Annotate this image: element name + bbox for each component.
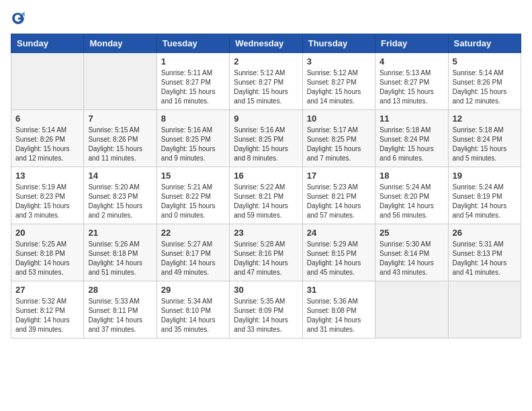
day-info: Sunrise: 5:12 AM Sunset: 8:27 PM Dayligh… <box>234 68 298 106</box>
day-info: Sunrise: 5:34 AM Sunset: 8:10 PM Dayligh… <box>161 297 225 334</box>
calendar-cell: 31Sunrise: 5:36 AM Sunset: 8:08 PM Dayli… <box>302 281 375 338</box>
day-info: Sunrise: 5:35 AM Sunset: 8:09 PM Dayligh… <box>234 297 298 334</box>
calendar-week-2: 6Sunrise: 5:14 AM Sunset: 8:26 PM Daylig… <box>11 110 521 167</box>
calendar-cell <box>375 281 448 338</box>
day-number: 13 <box>15 171 79 181</box>
calendar-cell: 10Sunrise: 5:17 AM Sunset: 8:25 PM Dayli… <box>302 110 375 167</box>
logo <box>11 11 27 26</box>
calendar-cell: 18Sunrise: 5:24 AM Sunset: 8:20 PM Dayli… <box>375 167 448 224</box>
day-info: Sunrise: 5:27 AM Sunset: 8:17 PM Dayligh… <box>161 240 225 277</box>
day-info: Sunrise: 5:32 AM Sunset: 8:12 PM Dayligh… <box>15 297 79 334</box>
day-info: Sunrise: 5:14 AM Sunset: 8:26 PM Dayligh… <box>15 126 79 163</box>
calendar-cell: 24Sunrise: 5:29 AM Sunset: 8:15 PM Dayli… <box>302 224 375 281</box>
day-info: Sunrise: 5:26 AM Sunset: 8:18 PM Dayligh… <box>88 240 152 277</box>
calendar-cell: 27Sunrise: 5:32 AM Sunset: 8:12 PM Dayli… <box>11 281 84 338</box>
weekday-header-monday: Monday <box>84 34 157 53</box>
weekday-header-tuesday: Tuesday <box>157 34 229 53</box>
day-number: 31 <box>307 285 371 295</box>
day-number: 1 <box>161 56 225 66</box>
logo-icon <box>11 11 26 26</box>
calendar-week-5: 27Sunrise: 5:32 AM Sunset: 8:12 PM Dayli… <box>11 281 521 338</box>
day-info: Sunrise: 5:20 AM Sunset: 8:23 PM Dayligh… <box>88 183 152 220</box>
day-number: 25 <box>380 228 443 238</box>
day-number: 18 <box>380 171 443 181</box>
calendar-cell: 11Sunrise: 5:18 AM Sunset: 8:24 PM Dayli… <box>375 110 448 167</box>
calendar-cell: 14Sunrise: 5:20 AM Sunset: 8:23 PM Dayli… <box>84 167 157 224</box>
day-number: 10 <box>307 113 371 124</box>
day-info: Sunrise: 5:13 AM Sunset: 8:27 PM Dayligh… <box>380 68 443 106</box>
calendar-cell: 2Sunrise: 5:12 AM Sunset: 8:27 PM Daylig… <box>230 53 302 110</box>
day-info: Sunrise: 5:31 AM Sunset: 8:13 PM Dayligh… <box>453 240 517 277</box>
day-number: 9 <box>234 113 298 124</box>
day-number: 23 <box>234 228 298 238</box>
calendar-cell: 15Sunrise: 5:21 AM Sunset: 8:22 PM Dayli… <box>157 167 229 224</box>
day-number: 2 <box>234 56 298 66</box>
calendar-cell: 22Sunrise: 5:27 AM Sunset: 8:17 PM Dayli… <box>157 224 229 281</box>
day-info: Sunrise: 5:21 AM Sunset: 8:22 PM Dayligh… <box>161 183 225 220</box>
calendar-cell <box>448 281 521 338</box>
calendar-cell: 1Sunrise: 5:11 AM Sunset: 8:27 PM Daylig… <box>157 53 229 110</box>
day-number: 22 <box>161 228 225 238</box>
calendar-cell: 23Sunrise: 5:28 AM Sunset: 8:16 PM Dayli… <box>230 224 302 281</box>
day-info: Sunrise: 5:12 AM Sunset: 8:27 PM Dayligh… <box>307 68 371 106</box>
day-info: Sunrise: 5:16 AM Sunset: 8:25 PM Dayligh… <box>234 126 298 163</box>
day-number: 6 <box>15 113 79 124</box>
calendar-cell: 6Sunrise: 5:14 AM Sunset: 8:26 PM Daylig… <box>11 110 84 167</box>
day-info: Sunrise: 5:33 AM Sunset: 8:11 PM Dayligh… <box>88 297 152 334</box>
day-info: Sunrise: 5:36 AM Sunset: 8:08 PM Dayligh… <box>307 297 371 334</box>
page-header <box>11 11 521 26</box>
day-number: 5 <box>453 56 517 66</box>
day-info: Sunrise: 5:14 AM Sunset: 8:26 PM Dayligh… <box>453 68 517 106</box>
calendar-cell: 7Sunrise: 5:15 AM Sunset: 8:26 PM Daylig… <box>84 110 157 167</box>
weekday-header-wednesday: Wednesday <box>230 34 302 53</box>
day-number: 16 <box>234 171 298 181</box>
day-number: 3 <box>307 56 371 66</box>
day-info: Sunrise: 5:16 AM Sunset: 8:25 PM Dayligh… <box>161 126 225 163</box>
day-number: 15 <box>161 171 225 181</box>
day-number: 20 <box>15 228 79 238</box>
day-number: 30 <box>234 285 298 295</box>
calendar-week-3: 13Sunrise: 5:19 AM Sunset: 8:23 PM Dayli… <box>11 167 521 224</box>
weekday-header-thursday: Thursday <box>302 34 375 53</box>
calendar-week-1: 1Sunrise: 5:11 AM Sunset: 8:27 PM Daylig… <box>11 53 521 110</box>
weekday-header-saturday: Saturday <box>448 34 521 53</box>
day-number: 29 <box>161 285 225 295</box>
day-info: Sunrise: 5:17 AM Sunset: 8:25 PM Dayligh… <box>307 126 371 163</box>
day-info: Sunrise: 5:24 AM Sunset: 8:19 PM Dayligh… <box>453 183 517 220</box>
day-info: Sunrise: 5:30 AM Sunset: 8:14 PM Dayligh… <box>380 240 443 277</box>
day-number: 21 <box>88 228 152 238</box>
calendar-cell: 3Sunrise: 5:12 AM Sunset: 8:27 PM Daylig… <box>302 53 375 110</box>
day-number: 26 <box>453 228 517 238</box>
calendar-cell: 17Sunrise: 5:23 AM Sunset: 8:21 PM Dayli… <box>302 167 375 224</box>
day-info: Sunrise: 5:19 AM Sunset: 8:23 PM Dayligh… <box>15 183 79 220</box>
calendar-cell: 19Sunrise: 5:24 AM Sunset: 8:19 PM Dayli… <box>448 167 521 224</box>
day-info: Sunrise: 5:25 AM Sunset: 8:18 PM Dayligh… <box>15 240 79 277</box>
day-number: 11 <box>380 113 443 124</box>
calendar-cell: 21Sunrise: 5:26 AM Sunset: 8:18 PM Dayli… <box>84 224 157 281</box>
weekday-header-sunday: Sunday <box>11 34 84 53</box>
day-number: 8 <box>161 113 225 124</box>
day-info: Sunrise: 5:18 AM Sunset: 8:24 PM Dayligh… <box>380 126 443 163</box>
calendar-cell: 9Sunrise: 5:16 AM Sunset: 8:25 PM Daylig… <box>230 110 302 167</box>
calendar-cell: 26Sunrise: 5:31 AM Sunset: 8:13 PM Dayli… <box>448 224 521 281</box>
day-number: 17 <box>307 171 371 181</box>
day-info: Sunrise: 5:22 AM Sunset: 8:21 PM Dayligh… <box>234 183 298 220</box>
day-number: 28 <box>88 285 152 295</box>
day-number: 24 <box>307 228 371 238</box>
calendar-cell <box>84 53 157 110</box>
day-number: 14 <box>88 171 152 181</box>
day-info: Sunrise: 5:24 AM Sunset: 8:20 PM Dayligh… <box>380 183 443 220</box>
day-info: Sunrise: 5:15 AM Sunset: 8:26 PM Dayligh… <box>88 126 152 163</box>
day-number: 19 <box>453 171 517 181</box>
calendar-cell: 30Sunrise: 5:35 AM Sunset: 8:09 PM Dayli… <box>230 281 302 338</box>
calendar-week-4: 20Sunrise: 5:25 AM Sunset: 8:18 PM Dayli… <box>11 224 521 281</box>
day-info: Sunrise: 5:28 AM Sunset: 8:16 PM Dayligh… <box>234 240 298 277</box>
calendar-cell: 29Sunrise: 5:34 AM Sunset: 8:10 PM Dayli… <box>157 281 229 338</box>
day-number: 7 <box>88 113 152 124</box>
calendar-cell: 4Sunrise: 5:13 AM Sunset: 8:27 PM Daylig… <box>375 53 448 110</box>
day-info: Sunrise: 5:29 AM Sunset: 8:15 PM Dayligh… <box>307 240 371 277</box>
day-info: Sunrise: 5:23 AM Sunset: 8:21 PM Dayligh… <box>307 183 371 220</box>
calendar-cell: 8Sunrise: 5:16 AM Sunset: 8:25 PM Daylig… <box>157 110 229 167</box>
day-number: 27 <box>15 285 79 295</box>
calendar-cell: 28Sunrise: 5:33 AM Sunset: 8:11 PM Dayli… <box>84 281 157 338</box>
